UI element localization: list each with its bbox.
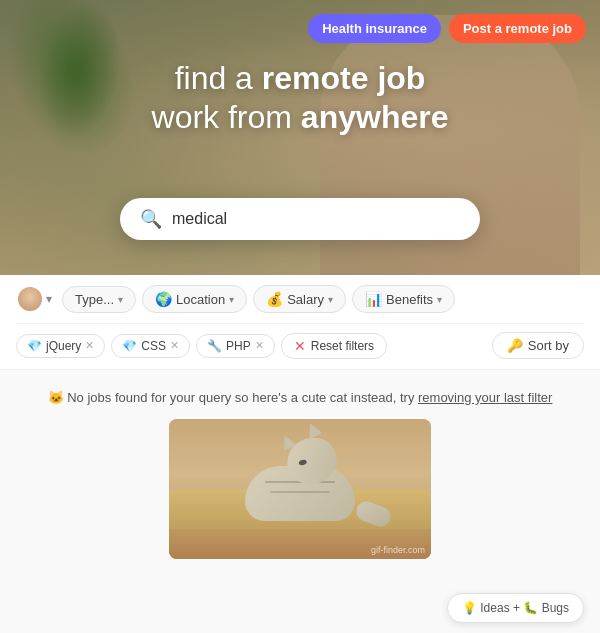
salary-filter-dropdown[interactable]: 💰 Salary ▾: [253, 285, 346, 313]
cat-gif: gif-finder.com: [169, 419, 431, 559]
post-remote-job-button[interactable]: Post a remote job: [449, 14, 586, 43]
php-tag[interactable]: 🔧 PHP ✕: [196, 334, 275, 358]
filter-row-primary: ▾ Type... ▾ 🌍 Location ▾ 💰 Salary ▾ 📊 Be…: [16, 275, 584, 324]
search-input[interactable]: [172, 210, 460, 228]
css-tag-icon: 💎: [122, 339, 137, 353]
reset-x-icon: ✕: [294, 338, 306, 354]
location-chevron-icon: ▾: [229, 294, 234, 305]
cat-ear-right: [303, 420, 322, 439]
cat-container: gif-finder.com: [16, 419, 584, 559]
location-filter-label: Location: [176, 292, 225, 307]
bottom-bar: 💡 Ideas + 🐛 Bugs: [431, 583, 600, 633]
reset-filters-label: Reset filters: [311, 339, 374, 353]
location-emoji-icon: 🌍: [155, 291, 172, 307]
search-box: 🔍: [120, 198, 480, 240]
jquery-tag[interactable]: 💎 jQuery ✕: [16, 334, 105, 358]
gif-finder-label: gif-finder.com: [371, 545, 425, 555]
reset-filters-button[interactable]: ✕ Reset filters: [281, 333, 387, 359]
cat-stripe-2: [270, 491, 330, 493]
hero-section: Health insurance Post a remote job find …: [0, 0, 600, 275]
cat-ear-left: [278, 432, 297, 451]
ideas-bugs-button[interactable]: 💡 Ideas + 🐛 Bugs: [447, 593, 584, 623]
salary-filter-label: Salary: [287, 292, 324, 307]
top-navigation: Health insurance Post a remote job: [308, 14, 586, 43]
filter-section: ▾ Type... ▾ 🌍 Location ▾ 💰 Salary ▾ 📊 Be…: [0, 275, 600, 370]
avatar-group: ▾: [16, 285, 52, 313]
avatar-chevron[interactable]: ▾: [46, 292, 52, 306]
css-tag-label: CSS: [141, 339, 166, 353]
php-tag-icon: 🔧: [207, 339, 222, 353]
remove-filter-link[interactable]: removing your last filter: [418, 390, 552, 405]
benefits-filter-label: Benefits: [386, 292, 433, 307]
avatar: [16, 285, 44, 313]
no-jobs-message: 🐱 No jobs found for your query so here's…: [16, 390, 584, 405]
sort-by-button[interactable]: 🔑 Sort by: [492, 332, 584, 359]
css-tag-remove[interactable]: ✕: [170, 339, 179, 352]
css-tag[interactable]: 💎 CSS ✕: [111, 334, 190, 358]
salary-chevron-icon: ▾: [328, 294, 333, 305]
type-filter-dropdown[interactable]: Type... ▾: [62, 286, 136, 313]
filter-row-tags: 💎 jQuery ✕ 💎 CSS ✕ 🔧 PHP ✕ ✕ Reset filte…: [16, 324, 584, 369]
benefits-filter-dropdown[interactable]: 📊 Benefits ▾: [352, 285, 455, 313]
search-icon: 🔍: [140, 208, 162, 230]
search-container: 🔍: [120, 198, 480, 240]
jquery-tag-icon: 💎: [27, 339, 42, 353]
jquery-tag-label: jQuery: [46, 339, 81, 353]
sort-by-label: Sort by: [528, 338, 569, 353]
type-chevron-icon: ▾: [118, 294, 123, 305]
sort-key-icon: 🔑: [507, 338, 523, 353]
benefits-emoji-icon: 📊: [365, 291, 382, 307]
php-tag-remove[interactable]: ✕: [255, 339, 264, 352]
salary-emoji-icon: 💰: [266, 291, 283, 307]
avatar-face: [18, 287, 42, 311]
hero-line2: work from anywhere: [152, 99, 449, 136]
php-tag-label: PHP: [226, 339, 251, 353]
no-jobs-text: 🐱 No jobs found for your query so here's…: [48, 390, 418, 405]
cat-scene: gif-finder.com: [169, 419, 431, 559]
jquery-tag-remove[interactable]: ✕: [85, 339, 94, 352]
hero-text: find a remote job work from anywhere: [152, 60, 449, 136]
benefits-chevron-icon: ▾: [437, 294, 442, 305]
location-filter-dropdown[interactable]: 🌍 Location ▾: [142, 285, 247, 313]
type-filter-label: Type...: [75, 292, 114, 307]
health-insurance-button[interactable]: Health insurance: [308, 14, 441, 43]
cat-eye: [298, 459, 307, 466]
hero-line1: find a remote job: [152, 60, 449, 97]
